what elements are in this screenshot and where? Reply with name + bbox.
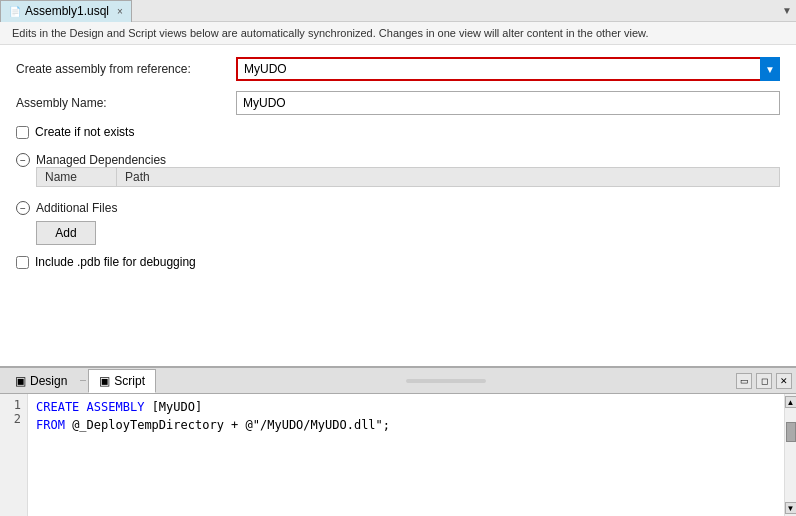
include-pdb-row: Include .pdb file for debugging	[16, 255, 780, 269]
additional-files-label: Additional Files	[36, 201, 117, 215]
main-container: 📄 Assembly1.usql × ▼ Edits in the Design…	[0, 0, 796, 516]
scroll-indicator	[406, 379, 486, 383]
add-button[interactable]: Add	[36, 221, 96, 245]
create-if-not-exists-row: Create if not exists	[16, 125, 780, 139]
info-bar: Edits in the Design and Script views bel…	[0, 22, 796, 45]
create-assembly-row: Create assembly from reference: MyUDO ▼	[16, 57, 780, 81]
include-pdb-label: Include .pdb file for debugging	[35, 255, 196, 269]
line-number-2: 2	[6, 412, 21, 426]
tab-label: Assembly1.usql	[25, 4, 109, 18]
bottom-tabs: ▣ Design ▣ Script ▭ ◻ ✕	[0, 368, 796, 394]
table-path-col: Path	[117, 168, 779, 186]
assembly-name-row: Assembly Name:	[16, 91, 780, 115]
managed-dependencies-label: Managed Dependencies	[36, 153, 166, 167]
kw-assembly: ASSEMBLY	[87, 400, 152, 414]
scroll-thumb[interactable]	[786, 422, 796, 442]
additional-files-collapse-icon[interactable]: −	[16, 201, 30, 215]
split-view-icon[interactable]: ▭	[736, 373, 752, 389]
tab-script[interactable]: ▣ Script	[88, 369, 156, 393]
include-pdb-checkbox[interactable]	[16, 256, 29, 269]
assembly-name-input[interactable]	[236, 91, 780, 115]
create-if-not-exists-checkbox[interactable]	[16, 126, 29, 139]
scroll-down-arrow[interactable]: ▼	[785, 502, 797, 514]
managed-dependencies-collapse-icon[interactable]: −	[16, 153, 30, 167]
content-area: Edits in the Design and Script views bel…	[0, 22, 796, 516]
assembly-name-input-wrapper	[236, 91, 780, 115]
file-tab[interactable]: 📄 Assembly1.usql ×	[0, 0, 132, 22]
id-myudo: [MyUDO]	[152, 400, 203, 414]
managed-dependencies-table-header: Name Path	[36, 167, 780, 187]
kw-create: CREATE	[36, 400, 79, 414]
script-tab-label: Script	[114, 374, 145, 388]
maximize-icon[interactable]: ◻	[756, 373, 772, 389]
create-assembly-dropdown-wrapper: MyUDO ▼	[236, 57, 780, 81]
managed-dependencies-header: − Managed Dependencies	[16, 153, 780, 167]
bottom-tab-icons: ▭ ◻ ✕	[736, 373, 796, 389]
tab-bar: 📄 Assembly1.usql × ▼	[0, 0, 796, 22]
code-line-2: FROM @_DeployTempDirectory + @"/MyUDO/My…	[36, 416, 776, 434]
tab-close-button[interactable]: ×	[117, 6, 123, 17]
line-numbers: 1 2	[0, 394, 28, 516]
tab-scroll-right-icon[interactable]: ▼	[782, 5, 796, 16]
managed-dependencies-section: − Managed Dependencies Name Path	[16, 149, 780, 187]
additional-files-header: − Additional Files	[16, 201, 780, 215]
bottom-panel: ▣ Design ▣ Script ▭ ◻ ✕	[0, 366, 796, 516]
create-if-not-exists-label: Create if not exists	[35, 125, 134, 139]
table-name-col: Name	[37, 168, 117, 186]
code-content[interactable]: CREATE ASSEMBLY [MyUDO] FROM @_DeployTem…	[28, 394, 784, 516]
tab-separator	[80, 380, 86, 381]
vertical-scrollbar[interactable]: ▲ ▼	[784, 394, 796, 516]
create-assembly-dropdown[interactable]: MyUDO	[236, 57, 780, 81]
code-area: 1 2 CREATE ASSEMBLY [MyUDO] FROM @_Deplo…	[0, 394, 796, 516]
file-icon: 📄	[9, 6, 21, 17]
info-text: Edits in the Design and Script views bel…	[12, 27, 649, 39]
design-tab-label: Design	[30, 374, 67, 388]
scroll-up-arrow[interactable]: ▲	[785, 396, 797, 408]
assembly-name-label: Assembly Name:	[16, 96, 236, 110]
form-area: Create assembly from reference: MyUDO ▼ …	[0, 45, 796, 366]
code-from-rest: @_DeployTempDirectory + @"/MyUDO/MyUDO.d…	[72, 418, 390, 432]
add-button-wrapper: Add	[16, 221, 780, 245]
tab-design[interactable]: ▣ Design	[4, 369, 78, 393]
close-panel-icon[interactable]: ✕	[776, 373, 792, 389]
additional-files-section: − Additional Files Add	[16, 197, 780, 245]
create-assembly-label: Create assembly from reference:	[16, 62, 236, 76]
kw-from: FROM	[36, 418, 65, 432]
tab-spacer	[158, 379, 734, 383]
design-tab-icon: ▣	[15, 374, 26, 388]
code-line-1: CREATE ASSEMBLY [MyUDO]	[36, 398, 776, 416]
line-number-1: 1	[6, 398, 21, 412]
script-tab-icon: ▣	[99, 374, 110, 388]
